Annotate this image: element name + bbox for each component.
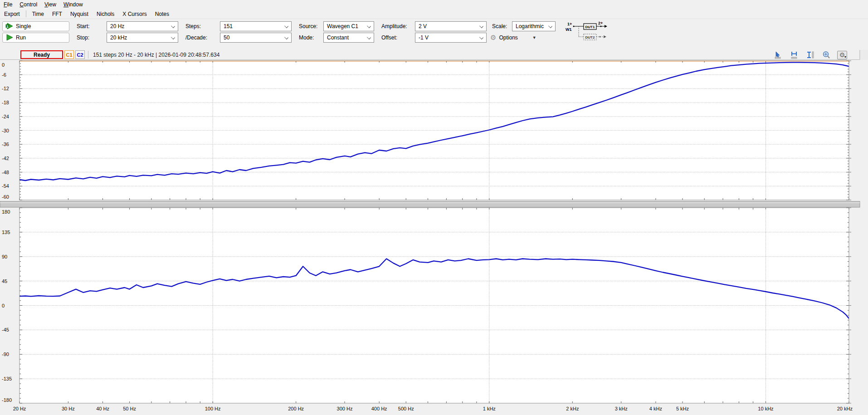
- svg-text:135: 135: [2, 229, 10, 235]
- options-label: Options: [499, 34, 517, 41]
- svg-text:2 kHz: 2 kHz: [566, 406, 579, 411]
- menu-control[interactable]: Control: [16, 0, 41, 9]
- menu-file[interactable]: File: [0, 0, 16, 9]
- wire-1plus-label: 1+: [567, 22, 572, 26]
- svg-text:-180: -180: [2, 397, 12, 403]
- view-menubar: Export Time FFT Nyquist Nichols X Cursor…: [0, 9, 868, 19]
- status-badge: Ready: [20, 50, 63, 59]
- svg-text:-12: -12: [2, 86, 9, 91]
- track-cursor-icon[interactable]: [774, 51, 784, 59]
- options-dropdown-arrow-icon: ▼: [532, 35, 536, 40]
- svg-text:3 kHz: 3 kHz: [615, 406, 628, 411]
- svg-text:-24: -24: [2, 114, 9, 119]
- chevron-down-icon: [367, 35, 371, 39]
- acquisition-toolbar: 1 Single Start: 20 Hz Steps: 151 Source:…: [0, 19, 868, 44]
- steps-value: 151: [224, 23, 233, 29]
- chevron-down-icon: [284, 35, 288, 39]
- svg-text:-60: -60: [2, 194, 9, 200]
- plot-toolbar-icons: ⚙ ▾: [774, 50, 847, 60]
- svg-text:-135: -135: [2, 376, 12, 381]
- dut-wiring-diagram: 1+ W1 DUT1 2+ DUT2: [557, 20, 634, 44]
- per-decade-label: /Decade:: [180, 34, 220, 41]
- svg-text:-36: -36: [2, 142, 9, 147]
- svg-text:400 Hz: 400 Hz: [371, 406, 387, 411]
- plot-splitter[interactable]: [0, 201, 860, 207]
- svg-text:10 kHz: 10 kHz: [758, 406, 773, 411]
- start-select[interactable]: 20 Hz: [107, 21, 178, 31]
- chevron-down-icon: [284, 24, 288, 28]
- offset-select[interactable]: -1 V: [415, 33, 487, 43]
- run-button[interactable]: Run: [2, 33, 69, 43]
- svg-text:30 Hz: 30 Hz: [62, 406, 75, 411]
- menu-x-cursors[interactable]: X Cursors: [118, 10, 151, 19]
- source-select[interactable]: Wavegen C1: [323, 21, 374, 31]
- zoom-icon[interactable]: [821, 51, 831, 59]
- svg-text:45: 45: [2, 278, 7, 284]
- wavegen-w1-label: W1: [566, 27, 572, 32]
- svg-text:180: 180: [2, 209, 10, 215]
- chevron-down-icon: [171, 35, 175, 39]
- run-button-label: Run: [16, 34, 26, 41]
- menu-export[interactable]: Export: [0, 10, 24, 19]
- plot-settings-icon[interactable]: ⚙ ▾: [837, 51, 847, 59]
- chevron-down-icon: [479, 24, 483, 28]
- menu-nyquist[interactable]: Nyquist: [66, 10, 93, 19]
- status-text: Ready: [34, 52, 50, 58]
- source-value: Wavegen C1: [327, 23, 358, 29]
- stop-value: 20 kHz: [110, 34, 127, 41]
- vertical-cursor-icon[interactable]: [805, 51, 815, 59]
- svg-text:4 kHz: 4 kHz: [649, 406, 662, 411]
- svg-text:-54: -54: [2, 183, 9, 189]
- svg-text:0: 0: [2, 303, 5, 308]
- start-value: 20 Hz: [110, 23, 124, 29]
- svg-text:500 Hz: 500 Hz: [398, 406, 414, 411]
- source-label: Source:: [293, 23, 323, 29]
- svg-text:300 Hz: 300 Hz: [337, 406, 353, 411]
- svg-text:200 Hz: 200 Hz: [288, 406, 304, 411]
- run-play-icon: [5, 34, 13, 41]
- channel-2-toggle[interactable]: C2: [75, 50, 85, 59]
- channel-2-label: C2: [77, 52, 83, 58]
- amplitude-select[interactable]: 2 V: [415, 21, 487, 31]
- menu-nichols[interactable]: Nichols: [93, 10, 118, 19]
- svg-text:-6: -6: [2, 72, 6, 78]
- menu-view[interactable]: View: [41, 0, 60, 9]
- bode-plot-canvas[interactable]: 0-6-12-18-24-30-36-42-48-54-601801359045…: [0, 60, 868, 415]
- steps-select[interactable]: 151: [220, 21, 292, 31]
- svg-text:-90: -90: [2, 352, 9, 357]
- svg-text:1 kHz: 1 kHz: [483, 406, 496, 411]
- svg-text:-45: -45: [2, 327, 9, 332]
- chevron-down-icon: [479, 35, 483, 39]
- options-button[interactable]: ⚙ Options ▼: [488, 34, 557, 42]
- single-button-label: Single: [16, 23, 31, 29]
- svg-text:20 Hz: 20 Hz: [13, 406, 26, 411]
- chevron-down-icon: [367, 24, 371, 28]
- mode-select[interactable]: Constant: [323, 33, 374, 43]
- channel-1-toggle[interactable]: C1: [64, 50, 74, 59]
- chevron-down-icon: [171, 24, 175, 28]
- steps-label: Steps:: [180, 23, 220, 29]
- menu-notes[interactable]: Notes: [151, 10, 173, 19]
- chevron-down-icon: [548, 24, 552, 28]
- menu-separator: [26, 10, 26, 17]
- dut2-box-label: DUT2: [585, 35, 595, 39]
- offset-value: -1 V: [419, 34, 429, 41]
- svg-text:50 Hz: 50 Hz: [123, 406, 136, 411]
- menu-window[interactable]: Window: [60, 0, 87, 9]
- menu-fft[interactable]: FFT: [48, 10, 66, 19]
- svg-text:40 Hz: 40 Hz: [96, 406, 109, 411]
- dut1-box-label: DUT1: [585, 25, 595, 29]
- mode-label: Mode:: [293, 34, 323, 41]
- menu-time[interactable]: Time: [28, 10, 48, 19]
- scale-select[interactable]: Logarithmic: [512, 21, 556, 31]
- svg-text:20 kHz: 20 kHz: [837, 406, 853, 411]
- svg-text:1: 1: [6, 24, 9, 29]
- stop-label: Stop:: [71, 34, 107, 41]
- single-button[interactable]: 1 Single: [2, 21, 69, 31]
- svg-text:100 Hz: 100 Hz: [205, 406, 221, 411]
- horizontal-cursor-icon[interactable]: [790, 51, 800, 59]
- offset-label: Offset:: [376, 34, 415, 41]
- single-play-icon: 1: [5, 23, 13, 29]
- per-decade-select[interactable]: 50: [220, 33, 292, 43]
- stop-select[interactable]: 20 kHz: [107, 33, 178, 43]
